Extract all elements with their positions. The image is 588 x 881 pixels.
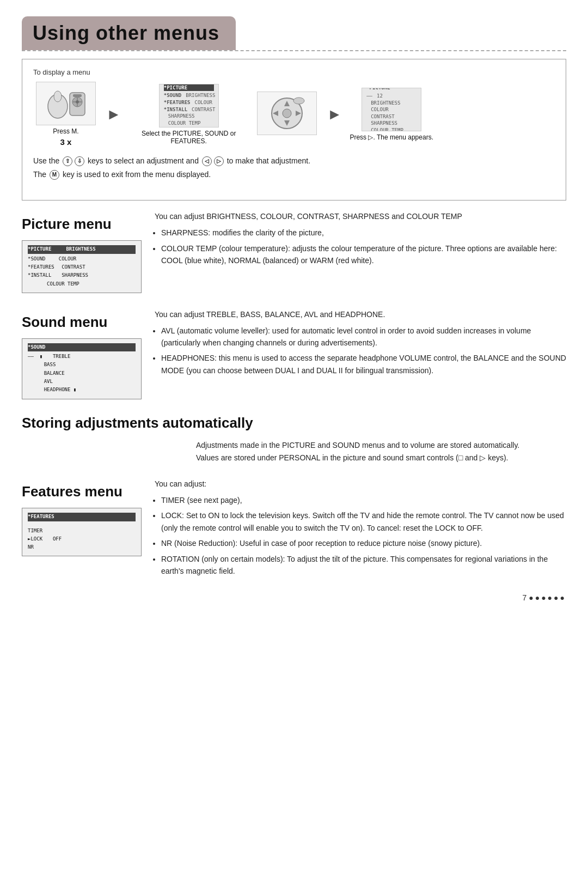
picture-bullet-2: COLOUR TEMP (colour temperature): adjust… [161,242,566,267]
step4-menu-row0: ——12 [366,93,416,100]
features-menu-text: You can adjust: TIMER (see next page), L… [155,478,566,580]
dpad-icon [265,94,309,132]
sound-menu-section: Sound menu *SOUND —— ▮ TREBLE BASS BALAN… [22,308,566,399]
menu-exit-key-icon: M [50,170,59,180]
step4-menu-row5: COLOUR TEMP [366,127,416,131]
page-dots: ●●●●●● [529,593,566,602]
storing-line1: Adjustments made in the PICTURE and SOUN… [196,439,566,452]
step2-menu-mockup: *PICTURE *SOUNDBRIGHTNESS *FEATURESCOLOU… [159,84,219,127]
features-menu-mockup: *FEATURES TIMER ►LOCK OFF NR [22,508,142,556]
step4-menu-row4: SHARPNESS [366,120,416,127]
picture-menu-left: Picture menu *PICTURE BRIGHTNESS *SOUND … [22,210,142,293]
hand-remote-icon [41,84,90,123]
step2-desc: Select the PICTURE, SOUND or FEATURES. [129,130,249,145]
sound-menu-title: Sound menu [22,314,142,331]
step4-image: *PICTURE ——12 BRIGHTNESS COLOUR CONTRAST… [362,88,421,131]
sm-title: *SOUND [28,343,136,351]
pm-title: *PICTURE BRIGHTNESS [28,245,136,253]
sm-row4: AVL [28,378,136,386]
page-number: 7 [523,593,527,602]
title-underline [22,50,566,51]
step2-menu-row4: SHARPNESS [164,113,214,120]
features-desc-intro: You can adjust: [155,478,566,491]
sound-bullets: AVL (automatic volume leveller): used fo… [161,325,566,377]
picture-bullets: SHARPNESS: modifies the clarity of the p… [161,227,566,266]
pm-row1: *SOUND COLOUR [28,255,136,263]
picture-menu-text: You can adjust BRIGHTNESS, COLOUR, CONTR… [155,210,566,270]
sm-row1: —— ▮ TREBLE [28,353,136,361]
page-title: Using other menus [33,22,219,45]
step1-image [36,82,96,125]
step2-image: *PICTURE *SOUNDBRIGHTNESS *FEATURESCOLOU… [159,84,219,127]
instruction-box: To display a menu [22,59,566,200]
sound-menu-mockup: *SOUND —— ▮ TREBLE BASS BALANCE AVL HEAD… [22,338,142,399]
features-menu-title: Features menu [22,483,142,500]
pm-row3: *INSTALL SHARPNESS [28,271,136,280]
features-bullet-3: NR (Noise Reduction): Useful in case of … [161,537,566,549]
pm-row4: COLOUR TEMP [28,280,136,288]
sound-menu-left: Sound menu *SOUND —— ▮ TREBLE BASS BALAN… [22,308,142,399]
step2-menu-row2: *FEATURESCOLOUR [164,99,214,106]
down-key-icon: ⇩ [75,156,84,166]
svg-point-9 [283,109,291,118]
menu-key-icon: M [71,127,77,135]
features-bullet-4: ROTATION (only on certain models): To ad… [161,553,566,578]
pm-row2: *FEATURES CONTRAST [28,263,136,271]
step2-menu-title: *PICTURE [164,84,214,92]
step4-menu-row1: BRIGHTNESS [366,100,416,107]
keys-description: Use the ⇧⇩ keys to select an adjustment … [33,154,555,181]
step4-desc: Press ▷. The menu appears. [350,133,433,141]
storing-section: Storing adjustments automatically Adjust… [22,415,566,465]
storing-title: Storing adjustments automatically [22,415,566,432]
three-x-label: 3 x [53,137,78,147]
step1-label: Press M. 3 x [53,127,78,147]
step4-block: *PICTURE ——12 BRIGHTNESS COLOUR CONTRAST… [350,88,433,141]
picture-menu-title: Picture menu [22,216,142,233]
step3-image [257,92,317,135]
step4-menu-mockup: *PICTURE ——12 BRIGHTNESS COLOUR CONTRAST… [362,88,421,131]
fm-row1: TIMER [28,527,136,535]
picture-menu-section: Picture menu *PICTURE BRIGHTNESS *SOUND … [22,210,566,293]
features-menu-section: Features menu *FEATURES TIMER ►LOCK OFF … [22,478,566,580]
step2-block: *PICTURE *SOUNDBRIGHTNESS *FEATURESCOLOU… [129,84,249,145]
sm-row2: BASS [28,361,136,369]
page-title-banner: Using other menus [22,16,236,50]
storing-line2: Values are stored under PERSONAL in the … [196,452,566,465]
sound-bullet-1: AVL (automatic volume leveller): used fo… [161,325,566,349]
step4-menu-row2: COLOUR [366,106,416,113]
fm-row3: NR [28,543,136,551]
step3-block [254,92,320,137]
left-key-icon: ◁ [202,156,212,166]
features-menu-left: Features menu *FEATURES TIMER ►LOCK OFF … [22,478,142,556]
features-bullets: TIMER (see next page), LOCK: Set to ON t… [161,494,566,577]
press-label: Press [53,127,70,135]
sound-bullet-2: HEADPHONES: this menu is used to access … [161,352,566,376]
keys-line2: The M key is used to exit from the menu … [33,168,555,181]
keys-line1: Use the ⇧⇩ keys to select an adjustment … [33,154,555,168]
step4-menu-row3: CONTRAST [366,113,416,120]
sound-desc-intro: You can adjust TREBLE, BASS, BALANCE, AV… [155,308,566,321]
fm-title: *FEATURES [28,513,136,521]
picture-menu-mockup: *PICTURE BRIGHTNESS *SOUND COLOUR *FEATU… [22,240,142,293]
svg-point-14 [293,98,304,104]
step1-block: Press M. 3 x [33,82,99,147]
storing-text: Adjustments made in the PICTURE and SOUN… [196,439,566,465]
up-key-icon: ⇧ [63,156,72,166]
sound-intro-text: You can adjust TREBLE, BASS, BALANCE, AV… [155,310,385,319]
svg-rect-7 [73,94,82,97]
sm-row5: HEADPHONE ▮ [28,386,136,394]
sound-menu-text: You can adjust TREBLE, BASS, BALANCE, AV… [155,308,566,380]
right-key-icon: ▷ [214,156,224,166]
sm-row3: BALANCE [28,369,136,378]
picture-intro-text: You can adjust BRIGHTNESS, COLOUR, CONTR… [155,212,462,221]
step4-menu-title: *PICTURE [366,88,416,92]
arrow-right-2: ► [327,106,342,123]
picture-bullet-1: SHARPNESS: modifies the clarity of the p… [161,227,566,239]
step2-menu-row3: *INSTALLCONTRAST [164,106,214,113]
arrow-right-1: ► [106,106,121,123]
instruction-steps: Press M. 3 x ► *PICTURE *SOUNDBRIGHTNESS… [33,82,555,147]
step2-menu-row5: COLOUR TEMP [164,120,214,127]
picture-desc-intro: You can adjust BRIGHTNESS, COLOUR, CONTR… [155,210,566,223]
features-bullet-2: LOCK: Set to ON to lock the television k… [161,509,566,534]
step2-menu-row1: *SOUNDBRIGHTNESS [164,92,214,99]
